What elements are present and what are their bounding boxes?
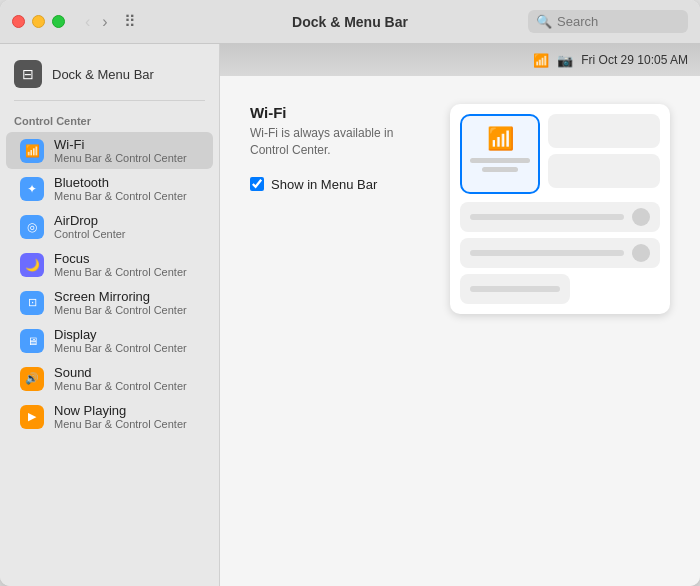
window-title: Dock & Menu Bar (292, 14, 408, 30)
preview-row-circle-1 (632, 208, 650, 226)
sidebar-item-wifi[interactable]: 📶 Wi-Fi Menu Bar & Control Center (6, 132, 213, 169)
preview-small-card-2 (548, 154, 660, 188)
display-sublabel: Menu Bar & Control Center (54, 342, 187, 354)
section-header-control-center: Control Center (0, 105, 219, 131)
nav-buttons: ‹ › (81, 11, 112, 33)
focus-label: Focus (54, 251, 187, 266)
now-playing-text: Now Playing Menu Bar & Control Center (54, 403, 187, 430)
focus-icon-box: 🌙 (20, 253, 44, 277)
forward-button[interactable]: › (98, 11, 111, 33)
preview-rows (460, 202, 660, 304)
sidebar-item-bluetooth[interactable]: ✦ Bluetooth Menu Bar & Control Center (6, 170, 213, 207)
sound-label: Sound (54, 365, 187, 380)
wifi-icon-box: 📶 (20, 139, 44, 163)
sidebar-top-label: Dock & Menu Bar (52, 67, 154, 82)
display-icon-box: 🖥 (20, 329, 44, 353)
menubar-wifi-icon: 📶 (533, 53, 549, 68)
grid-icon[interactable]: ⠿ (124, 12, 136, 31)
bluetooth-icon-box: ✦ (20, 177, 44, 201)
settings-left: Wi-Fi Wi-Fi is always available in Contr… (250, 104, 410, 192)
wifi-text: Wi-Fi Menu Bar & Control Center (54, 137, 187, 164)
preview-line-2 (482, 167, 518, 172)
now-playing-label: Now Playing (54, 403, 187, 418)
preview-row-circle-2 (632, 244, 650, 262)
preview-row-item-1 (460, 202, 660, 232)
wifi-icon: 📶 (25, 144, 40, 158)
preview-side-items (548, 114, 660, 194)
setting-desc: Wi-Fi is always available in Control Cen… (250, 125, 410, 159)
setting-title: Wi-Fi (250, 104, 410, 121)
display-text: Display Menu Bar & Control Center (54, 327, 187, 354)
sidebar-item-airdrop[interactable]: ◎ AirDrop Control Center (6, 208, 213, 245)
show-in-menu-bar-checkbox[interactable] (250, 177, 264, 191)
search-icon: 🔍 (536, 14, 552, 29)
bluetooth-sublabel: Menu Bar & Control Center (54, 190, 187, 202)
main-panel: 📶 📷 Fri Oct 29 10:05 AM Wi-Fi Wi-Fi is a… (220, 44, 700, 586)
wifi-label: Wi-Fi (54, 137, 187, 152)
now-playing-sublabel: Menu Bar & Control Center (54, 418, 187, 430)
preview-row-line-2 (470, 250, 624, 256)
screen-mirroring-icon-box: ⊡ (20, 291, 44, 315)
maximize-button[interactable] (52, 15, 65, 28)
screen-mirroring-sublabel: Menu Bar & Control Center (54, 304, 187, 316)
menubar-preview: 📶 📷 Fri Oct 29 10:05 AM (220, 44, 700, 76)
preview-top-row: 📶 (460, 114, 660, 194)
focus-sublabel: Menu Bar & Control Center (54, 266, 187, 278)
sidebar-item-now-playing[interactable]: ▶ Now Playing Menu Bar & Control Center (6, 398, 213, 435)
airdrop-text: AirDrop Control Center (54, 213, 126, 240)
preview-row-line-3 (470, 286, 560, 292)
sidebar-divider-1 (14, 100, 205, 101)
screen-mirroring-icon: ⊡ (28, 296, 37, 309)
sound-icon-box: 🔊 (20, 367, 44, 391)
bluetooth-text: Bluetooth Menu Bar & Control Center (54, 175, 187, 202)
preview-mock: 📶 (450, 104, 670, 314)
focus-icon: 🌙 (25, 258, 40, 272)
wifi-sublabel: Menu Bar & Control Center (54, 152, 187, 164)
airdrop-label: AirDrop (54, 213, 126, 228)
sidebar-item-display[interactable]: 🖥 Display Menu Bar & Control Center (6, 322, 213, 359)
dock-menu-bar-icon: ⊟ (14, 60, 42, 88)
menubar-camera-icon: 📷 (557, 53, 573, 68)
bluetooth-icon: ✦ (27, 182, 37, 196)
preview-wifi-card: 📶 (460, 114, 540, 194)
sidebar-item-sound[interactable]: 🔊 Sound Menu Bar & Control Center (6, 360, 213, 397)
preview-row-item-3 (460, 274, 570, 304)
search-input[interactable] (557, 14, 680, 29)
dock-icon-glyph: ⊟ (22, 66, 34, 82)
show-in-menu-bar-row: Show in Menu Bar (250, 177, 410, 192)
screen-mirroring-label: Screen Mirroring (54, 289, 187, 304)
sidebar: ⊟ Dock & Menu Bar Control Center 📶 Wi-Fi… (0, 44, 220, 586)
sidebar-item-focus[interactable]: 🌙 Focus Menu Bar & Control Center (6, 246, 213, 283)
sound-icon: 🔊 (25, 372, 39, 385)
airdrop-icon: ◎ (27, 220, 37, 234)
preview-small-card-1 (548, 114, 660, 148)
preview-row-item-2 (460, 238, 660, 268)
sound-sublabel: Menu Bar & Control Center (54, 380, 187, 392)
minimize-button[interactable] (32, 15, 45, 28)
show-in-menu-bar-label: Show in Menu Bar (271, 177, 377, 192)
search-box[interactable]: 🔍 (528, 10, 688, 33)
screen-mirroring-text: Screen Mirroring Menu Bar & Control Cent… (54, 289, 187, 316)
menubar-datetime: Fri Oct 29 10:05 AM (581, 53, 688, 67)
preview-line-1 (470, 158, 530, 163)
settings-content: Wi-Fi Wi-Fi is always available in Contr… (220, 76, 700, 586)
airdrop-icon-box: ◎ (20, 215, 44, 239)
content-area: ⊟ Dock & Menu Bar Control Center 📶 Wi-Fi… (0, 44, 700, 586)
close-button[interactable] (12, 15, 25, 28)
settings-row: Wi-Fi Wi-Fi is always available in Contr… (250, 104, 670, 314)
airdrop-sublabel: Control Center (54, 228, 126, 240)
sound-text: Sound Menu Bar & Control Center (54, 365, 187, 392)
sidebar-item-screen-mirroring[interactable]: ⊡ Screen Mirroring Menu Bar & Control Ce… (6, 284, 213, 321)
traffic-lights (12, 15, 65, 28)
bluetooth-label: Bluetooth (54, 175, 187, 190)
sidebar-item-dock-menu-bar[interactable]: ⊟ Dock & Menu Bar (0, 52, 219, 96)
preview-row-line-1 (470, 214, 624, 220)
now-playing-icon: ▶ (28, 410, 36, 423)
display-label: Display (54, 327, 187, 342)
focus-text: Focus Menu Bar & Control Center (54, 251, 187, 278)
back-button[interactable]: ‹ (81, 11, 94, 33)
preview-area: 📶 (450, 104, 670, 314)
preview-wifi-icon: 📶 (487, 126, 514, 152)
main-window: ‹ › ⠿ Dock & Menu Bar 🔍 ⊟ Dock & Menu Ba… (0, 0, 700, 586)
titlebar: ‹ › ⠿ Dock & Menu Bar 🔍 (0, 0, 700, 44)
